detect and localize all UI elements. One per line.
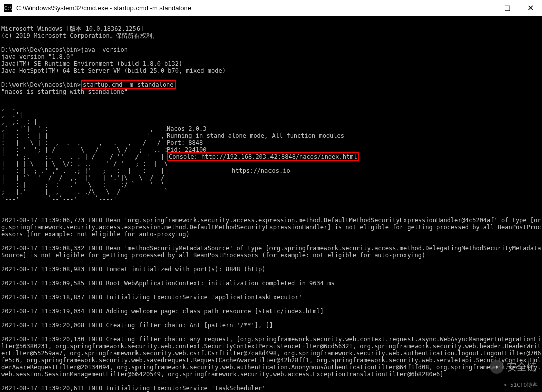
cmd-icon: C:\ bbox=[4, 4, 12, 12]
copyright: (c) 2019 Microsoft Corporation。保留所有权利。 bbox=[1, 32, 158, 39]
close-button[interactable]: ✕ bbox=[519, 0, 542, 16]
os-header: Microsoft Windows [版本 10.0.18362.1256] bbox=[1, 25, 144, 32]
nacos-console-highlight: Console: http://192.168.203.42:8848/naco… bbox=[167, 152, 359, 161]
minimize-button[interactable]: — bbox=[473, 0, 496, 16]
wechat-icon: ✦ bbox=[490, 360, 504, 374]
log-line-7: 2021-08-17 11:39:20,008 INFO Creating fi… bbox=[1, 322, 273, 329]
window-title: C:\Windows\System32\cmd.exe - startup.cm… bbox=[16, 4, 473, 12]
java-version-cmd: D:\work\Dev\nacos\bin>java -version bbox=[1, 46, 128, 53]
java-version-3: Java HotSpot(TM) 64-Bit Server VM (build… bbox=[1, 67, 226, 74]
watermark-text: 安全链 bbox=[507, 363, 537, 370]
watermark: ✦ 安全链 bbox=[490, 360, 537, 374]
log-line-1: 2021-08-17 11:39:06,773 INFO Bean 'org.s… bbox=[1, 217, 542, 238]
nacos-info-block: Nacos 2.0.3 Running in stand alone mode,… bbox=[167, 104, 359, 174]
footer-watermark: > 51CTO博客 bbox=[504, 382, 538, 389]
nacos-url: https://nacos.io bbox=[232, 167, 290, 174]
java-version-2: Java(TM) SE Runtime Environment (build 1… bbox=[1, 60, 182, 67]
window-titlebar: C:\ C:\Windows\System32\cmd.exe - startu… bbox=[0, 0, 542, 16]
log-line-9: 2021-08-17 11:39:20,611 INFO Initializin… bbox=[1, 385, 265, 392]
startup-prompt: D:\work\Dev\nacos\bin> bbox=[1, 81, 81, 88]
nacos-version: Nacos 2.0.3 bbox=[167, 125, 206, 132]
startup-msg: "nacos is starting with standalone" bbox=[1, 88, 128, 95]
nacos-port: Port: 8848 bbox=[167, 139, 203, 146]
log-line-2: 2021-08-17 11:39:08,332 INFO Bean 'metho… bbox=[1, 245, 542, 259]
log-line-4: 2021-08-17 11:39:09,585 INFO Root WebApp… bbox=[1, 280, 335, 287]
log-line-5: 2021-08-17 11:39:18,837 INFO Initializin… bbox=[1, 294, 302, 301]
nacos-mode: Running in stand alone mode, All functio… bbox=[167, 132, 344, 139]
log-line-8: 2021-08-17 11:39:20,130 INFO Creating fi… bbox=[1, 336, 542, 378]
log-line-6: 2021-08-17 11:39:19,034 INFO Adding welc… bbox=[1, 308, 324, 315]
java-version-1: java version "1.8.0" bbox=[1, 53, 74, 60]
terminal-output[interactable]: Microsoft Windows [版本 10.0.18362.1256] (… bbox=[0, 16, 542, 392]
nacos-ascii-art: ,--. ,--.'| ,--,: : | Nacos ,`--.'`| ' :… bbox=[1, 104, 167, 203]
log-line-3: 2021-08-17 11:39:08,983 INFO Tomcat init… bbox=[1, 266, 265, 273]
maximize-button[interactable]: ☐ bbox=[496, 0, 519, 16]
window-controls: — ☐ ✕ bbox=[473, 0, 542, 16]
